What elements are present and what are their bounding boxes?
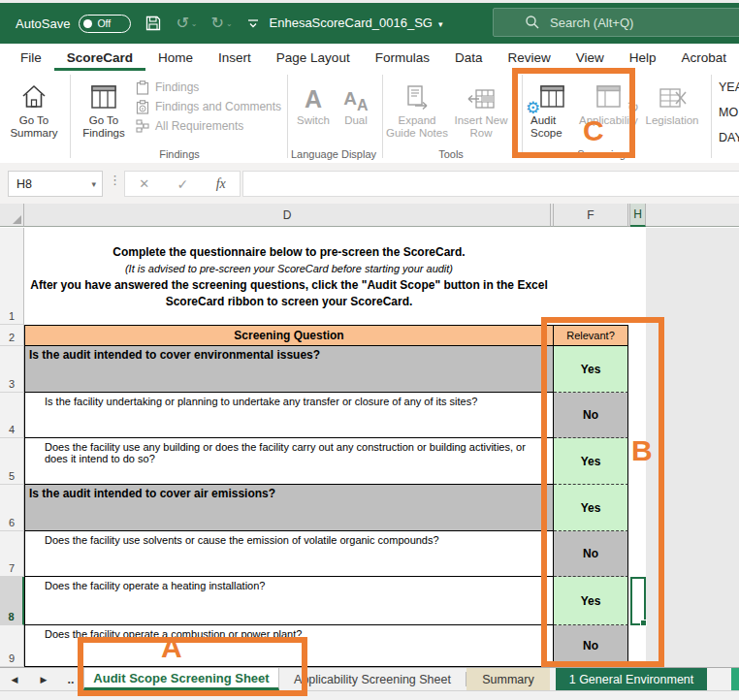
go-to-summary-button[interactable]: Go To Summary (4, 77, 64, 140)
instruction-line-4: ScoreCard ribbon to screen your ScoreCar… (24, 294, 554, 310)
sheet-tab-audit-scope-screening[interactable]: Audit Scope Screening Sheet (83, 668, 279, 690)
tab-insert[interactable]: Insert (206, 44, 264, 71)
tab-data[interactable]: Data (442, 44, 496, 71)
findings-and-comments-button[interactable]: Findings and Comments (134, 97, 285, 116)
row-header-8-selected[interactable]: 8 (0, 577, 24, 625)
row-header-9[interactable]: 9 (0, 625, 24, 667)
save-button[interactable] (145, 15, 162, 32)
tab-scorecard[interactable]: ScoreCard (54, 44, 145, 71)
row-header-6[interactable]: 6 (0, 485, 24, 531)
autosave-toggle[interactable]: Off (79, 15, 131, 33)
tab-formulas[interactable]: Formulas (363, 44, 442, 71)
question-cell: Is the facility undertaking or planning … (24, 393, 554, 438)
autosave-state: Off (97, 17, 111, 29)
insert-new-row-button[interactable]: Insert New Row (450, 77, 512, 140)
audit-scope-icon: ⚙ (528, 77, 576, 111)
select-all-corner[interactable] (0, 204, 24, 227)
row-header-4[interactable]: 4 (0, 393, 24, 438)
findings-button[interactable]: Findings (134, 78, 285, 97)
left-arrow-icon: ◀ (12, 675, 18, 684)
instructions-cell: Complete the questionnaire below to pre-… (24, 228, 554, 325)
answer-cell[interactable]: Yes (554, 485, 628, 531)
cell-h5[interactable] (630, 438, 646, 485)
formula-input[interactable] (242, 171, 739, 197)
instruction-line-3: After you have answered the screening qu… (24, 277, 554, 294)
go-to-findings-button[interactable]: Go To Findings (76, 77, 132, 140)
confirm-entry-button[interactable]: ✓ (177, 176, 189, 192)
tab-acrobat[interactable]: Acrobat (669, 44, 739, 71)
answer-cell[interactable]: No (554, 625, 628, 667)
row-header-3[interactable]: 3 (0, 346, 24, 393)
screening-question-header-cell: Screening Question (24, 325, 554, 346)
tab-page-layout[interactable]: Page Layout (264, 44, 363, 71)
answer-cell[interactable]: Yes (554, 577, 628, 625)
switch-button[interactable]: A Switch (292, 77, 335, 127)
cell-h9[interactable] (630, 625, 646, 667)
right-arrow-icon: ▶ (41, 675, 48, 684)
question-cell: Does the facility operate a heating inst… (24, 577, 554, 625)
cell-h4[interactable] (630, 393, 646, 438)
name-box[interactable]: H8 ▾ (8, 171, 103, 197)
answer-cell[interactable]: Yes (554, 438, 628, 485)
sheet-tab-summary[interactable]: Summary (466, 668, 550, 690)
sheet-row-4: 4 Is the facility undertaking or plannin… (0, 393, 739, 438)
row-header-1[interactable]: 1 (0, 228, 24, 325)
sheet-nav-right-button[interactable]: ▶ (29, 668, 58, 690)
sheet-row-7: 7 Does the facility use solvents or caus… (0, 531, 739, 577)
undo-button[interactable]: ↺ ⌄ (176, 16, 197, 31)
cancel-entry-button[interactable]: ✕ (139, 176, 149, 191)
answer-cell[interactable]: No (554, 531, 628, 577)
sheet-row-3: 3 Is the audit intended to cover environ… (0, 346, 739, 393)
selected-cell-h8[interactable] (630, 577, 646, 625)
sheet-tab-next-sliver[interactable] (731, 668, 739, 690)
instruction-line-2: (It is advised to pre-screen your ScoreC… (24, 261, 554, 277)
applicability-button[interactable]: ↻ Applicability (579, 77, 637, 127)
sheet-nav-left-button[interactable]: ◀ (0, 668, 29, 690)
column-header-d[interactable]: D (24, 204, 551, 227)
question-cell: Does the facility use solvents or cause … (24, 531, 554, 577)
formula-bar-handle-icon[interactable]: ⋮ (109, 173, 121, 187)
out-of-range-area (646, 228, 739, 325)
tab-view[interactable]: View (563, 44, 617, 71)
switch-language-icon: A (292, 77, 335, 111)
row-header-7[interactable]: 7 (0, 531, 24, 577)
ribbon-divider (382, 75, 383, 158)
legislation-icon (640, 77, 704, 111)
cell-h6[interactable] (630, 485, 646, 531)
home-icon (4, 77, 64, 111)
legislation-button[interactable]: Legislation (640, 77, 704, 127)
sheet-row-9: 9 Does the facility operate a combustion… (0, 625, 739, 667)
document-title[interactable]: EnhesaScoreCard_0016_SG▾ (244, 15, 467, 29)
tab-review[interactable]: Review (495, 44, 562, 71)
column-header-empty (646, 204, 739, 227)
insert-function-button[interactable]: fx (216, 176, 226, 192)
cell-h2[interactable] (630, 325, 646, 346)
redo-button[interactable]: ↻ ⌄ (210, 16, 232, 31)
tab-file[interactable]: File (8, 44, 54, 71)
row-header-5[interactable]: 5 (0, 438, 24, 485)
title-dropdown-icon: ▾ (438, 18, 443, 28)
clipboard-info-icon (134, 100, 151, 114)
all-requirements-button[interactable]: All Requirements (134, 116, 285, 136)
applicability-icon: ↻ (579, 77, 637, 111)
answer-cell[interactable]: Yes (554, 346, 628, 393)
column-header-f[interactable]: F (554, 204, 628, 227)
cell-h3[interactable] (630, 346, 646, 393)
expand-guide-notes-button[interactable]: Expand Guide Notes (386, 77, 448, 140)
row-header-2[interactable]: 2 (0, 325, 24, 346)
audit-scope-button[interactable]: ⚙ Audit Scope (528, 77, 576, 140)
sheet-tab-general-environment[interactable]: 1 General Environment (556, 668, 707, 690)
tab-home[interactable]: Home (145, 44, 206, 71)
redo-dropdown-icon: ⌄ (226, 19, 233, 28)
answer-cell[interactable]: No (554, 393, 628, 438)
search-placeholder: Search (Alt+Q) (550, 16, 633, 30)
cell-h7[interactable] (630, 531, 646, 577)
column-header-h[interactable]: H (630, 204, 646, 227)
sheet-tab-applicability-screening[interactable]: Applicability Screening Sheet (279, 668, 466, 690)
sheet-tab-overflow[interactable]: .. (58, 668, 83, 690)
tab-help[interactable]: Help (617, 44, 669, 71)
dual-button[interactable]: AA Dual (337, 77, 375, 127)
day-label-cut: DAY (719, 131, 739, 144)
out-of-range-area (646, 485, 739, 531)
search-input[interactable]: Search (Alt+Q) (493, 8, 739, 37)
